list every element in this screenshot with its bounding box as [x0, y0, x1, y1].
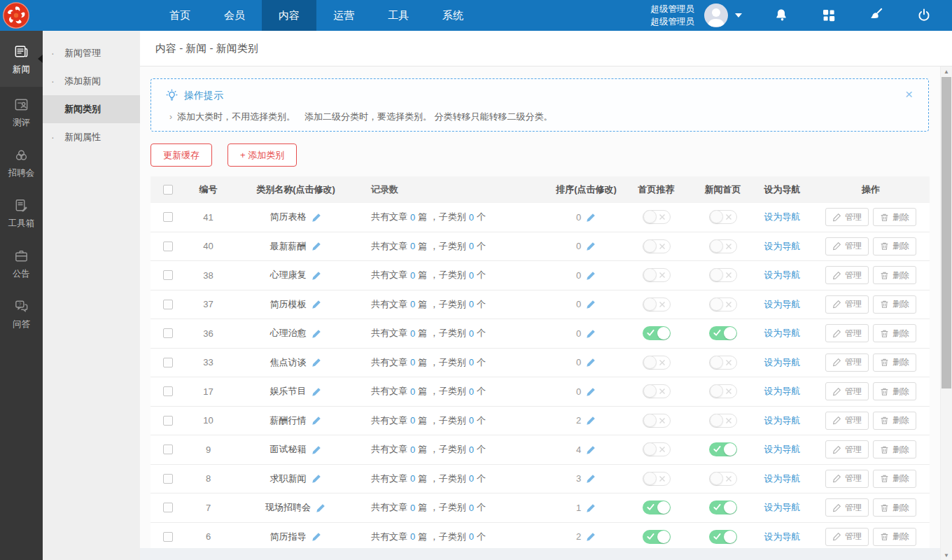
edit-name-icon[interactable] — [312, 241, 322, 251]
nav-item-system[interactable]: 系统 — [426, 0, 480, 31]
edit-sort-icon[interactable] — [586, 415, 596, 426]
edit-name-icon[interactable] — [312, 444, 322, 455]
edit-name-icon[interactable] — [316, 503, 326, 513]
add-category-button[interactable]: + 添加类别 — [227, 144, 297, 167]
edit-name-icon[interactable] — [312, 357, 322, 368]
set-nav-link[interactable]: 设为导航 — [764, 211, 801, 223]
manage-button[interactable]: 管理 — [825, 498, 869, 517]
news-home-toggle[interactable] — [709, 472, 737, 486]
manage-button[interactable]: 管理 — [825, 412, 869, 430]
delete-button[interactable]: 删除 — [873, 498, 916, 517]
news-home-toggle[interactable] — [709, 530, 737, 544]
edit-name-icon[interactable] — [312, 531, 322, 542]
avatar[interactable] — [704, 4, 728, 27]
edit-sort-icon[interactable] — [586, 473, 596, 484]
home-recommend-toggle[interactable] — [643, 239, 671, 253]
nav-item-tools[interactable]: 工具 — [371, 0, 426, 31]
category-name[interactable]: 面试秘籍 — [270, 443, 307, 456]
manage-button[interactable]: 管理 — [825, 354, 869, 372]
home-recommend-toggle[interactable] — [643, 356, 671, 370]
edit-name-icon[interactable] — [312, 270, 322, 281]
category-name[interactable]: 求职新闻 — [270, 472, 307, 485]
news-home-toggle[interactable] — [709, 384, 737, 398]
category-name[interactable]: 娱乐节目 — [270, 385, 307, 398]
set-nav-link[interactable]: 设为导航 — [764, 414, 801, 427]
sidebar-item-announcement[interactable]: 公告 — [0, 238, 43, 288]
edit-sort-icon[interactable] — [586, 241, 596, 251]
category-name[interactable]: 简历模板 — [270, 298, 307, 311]
sidebar-item-jobfair[interactable]: 招聘会 — [0, 137, 43, 188]
news-home-toggle[interactable] — [709, 268, 737, 282]
sidebar-item-assessment[interactable]: 测评 — [0, 87, 43, 137]
row-checkbox[interactable] — [163, 241, 173, 251]
home-recommend-toggle[interactable] — [643, 414, 671, 428]
row-checkbox[interactable] — [163, 300, 173, 309]
submenu-item-news-attribute[interactable]: ·新闻属性 — [43, 123, 140, 151]
news-home-toggle[interactable] — [709, 239, 737, 253]
sidebar-item-news[interactable]: 新闻 — [0, 31, 43, 87]
delete-button[interactable]: 删除 — [873, 295, 916, 314]
delete-button[interactable]: 删除 — [873, 528, 916, 546]
edit-sort-icon[interactable] — [586, 503, 596, 513]
submenu-item-news-category[interactable]: ·新闻类别 — [43, 95, 140, 123]
manage-button[interactable]: 管理 — [825, 324, 869, 342]
news-home-toggle[interactable] — [709, 356, 737, 370]
delete-button[interactable]: 删除 — [873, 354, 916, 372]
brand-logo[interactable] — [2, 1, 30, 29]
news-home-toggle[interactable] — [709, 210, 737, 224]
scrollbar-thumb[interactable] — [941, 77, 951, 388]
news-home-toggle[interactable] — [709, 298, 737, 312]
submenu-item-news-manage[interactable]: ·新闻管理 — [43, 39, 140, 67]
apps-grid-icon[interactable] — [820, 7, 837, 24]
delete-button[interactable]: 删除 — [873, 440, 916, 458]
category-name[interactable]: 薪酬行情 — [270, 414, 307, 427]
edit-name-icon[interactable] — [312, 415, 322, 426]
set-nav-link[interactable]: 设为导航 — [764, 385, 801, 398]
set-nav-link[interactable]: 设为导航 — [764, 443, 801, 456]
row-checkbox[interactable] — [163, 474, 173, 484]
category-name[interactable]: 心理康复 — [270, 269, 307, 281]
set-nav-link[interactable]: 设为导航 — [764, 501, 801, 514]
set-nav-link[interactable]: 设为导航 — [764, 356, 801, 369]
edit-sort-icon[interactable] — [586, 328, 596, 339]
clean-cache-broom-icon[interactable] — [868, 7, 885, 24]
home-recommend-toggle[interactable] — [643, 326, 671, 340]
delete-button[interactable]: 删除 — [873, 266, 916, 284]
delete-button[interactable]: 删除 — [873, 470, 916, 488]
close-icon[interactable]: × — [905, 88, 913, 101]
news-home-toggle[interactable] — [709, 326, 737, 340]
row-checkbox[interactable] — [163, 358, 173, 368]
row-checkbox[interactable] — [163, 503, 173, 512]
manage-button[interactable]: 管理 — [825, 528, 869, 546]
edit-name-icon[interactable] — [312, 386, 322, 397]
edit-name-icon[interactable] — [312, 212, 322, 223]
news-home-toggle[interactable] — [709, 500, 737, 514]
category-name[interactable]: 简历指导 — [270, 531, 307, 543]
category-name[interactable]: 现场招聘会 — [265, 501, 311, 514]
delete-button[interactable]: 删除 — [873, 237, 916, 255]
category-name[interactable]: 最新薪酬 — [270, 240, 307, 253]
set-nav-link[interactable]: 设为导航 — [764, 472, 801, 485]
home-recommend-toggle[interactable] — [643, 210, 671, 224]
sidebar-item-qa[interactable]: ? 问答 — [0, 288, 43, 339]
nav-item-members[interactable]: 会员 — [207, 0, 262, 31]
edit-name-icon[interactable] — [312, 473, 322, 484]
select-all-checkbox[interactable] — [163, 185, 173, 195]
category-name[interactable]: 简历表格 — [270, 211, 307, 223]
manage-button[interactable]: 管理 — [825, 266, 869, 284]
row-checkbox[interactable] — [163, 532, 173, 542]
home-recommend-toggle[interactable] — [643, 384, 671, 398]
row-checkbox[interactable] — [163, 416, 173, 426]
home-recommend-toggle[interactable] — [643, 500, 671, 514]
edit-name-icon[interactable] — [312, 299, 322, 309]
notification-bell-icon[interactable] — [773, 7, 790, 24]
scroll-down-arrow[interactable]: ▼ — [941, 550, 952, 560]
row-checkbox[interactable] — [163, 328, 173, 338]
row-checkbox[interactable] — [163, 270, 173, 280]
scroll-up-arrow[interactable]: ▲ — [941, 66, 952, 76]
refresh-cache-button[interactable]: 更新缓存 — [150, 144, 212, 167]
set-nav-link[interactable]: 设为导航 — [764, 531, 801, 543]
manage-button[interactable]: 管理 — [825, 440, 869, 458]
edit-sort-icon[interactable] — [586, 270, 596, 281]
category-name[interactable]: 心理治愈 — [270, 327, 307, 340]
